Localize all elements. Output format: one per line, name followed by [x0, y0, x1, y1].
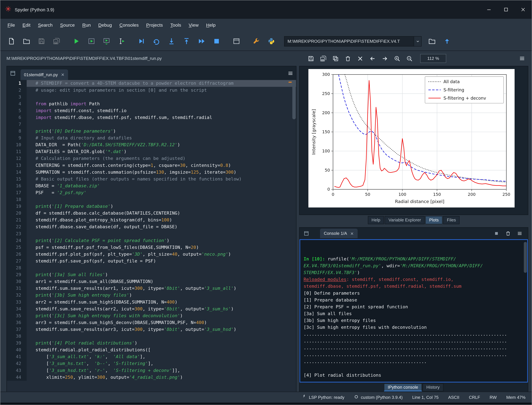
- code-line: 20df = stemdiff.dbase.calc_database(DATA…: [7, 210, 296, 217]
- editor-tab[interactable]: 01stemdiff_run.py: [20, 69, 68, 80]
- code-editor[interactable]: 1# STEMDIFF = convert a 4D-STEM datacube…: [7, 80, 296, 392]
- code-line: 39print('[4] Plot radial distributions'): [7, 340, 296, 347]
- menu-item-run[interactable]: Run: [79, 19, 95, 32]
- plots-options-icon[interactable]: [516, 52, 528, 65]
- console-line: ........................................…: [304, 344, 527, 351]
- code-line: 2# usage: edit input parameters in secti…: [7, 87, 296, 94]
- spyder-logo-icon: [5, 6, 11, 13]
- console-line: [0] Define parameters: [304, 290, 527, 297]
- pythonpath-manager-button[interactable]: [264, 34, 279, 49]
- tab-variable-explorer[interactable]: Variable Explorer: [385, 216, 425, 224]
- svg-text:50: 50: [365, 192, 370, 197]
- menu-item-consoles[interactable]: Consoles: [116, 19, 143, 32]
- preferences-button[interactable]: [249, 34, 264, 49]
- breadcrumb: M:\MIREK\PROG\PYTHON\APP\DIFF\STEMDIFF\E…: [7, 56, 296, 61]
- code-line: 28: [7, 264, 296, 271]
- console-line: [3c] Sum high entropy files with deconvo…: [304, 324, 527, 331]
- tab-help[interactable]: Help: [368, 216, 384, 224]
- console-tab-label: Console 1/A: [324, 231, 347, 236]
- console-options-button[interactable]: [515, 229, 524, 238]
- browse-tabs-icon[interactable]: [7, 67, 18, 79]
- new-file-button[interactable]: [4, 34, 19, 49]
- minimize-button[interactable]: [480, 0, 498, 19]
- save-all-button: [49, 34, 64, 49]
- menu-item-debug[interactable]: Debug: [95, 19, 116, 32]
- remove-all-output-button[interactable]: [503, 229, 513, 238]
- env-icon: [354, 394, 359, 400]
- maximize-pane-button[interactable]: [229, 34, 244, 49]
- run-selection-button[interactable]: [114, 34, 129, 49]
- chevron-down-icon[interactable]: [414, 36, 421, 46]
- console-line: STEMDIFF/EX.V4.TBF3'): [304, 269, 527, 276]
- save-all-plots-button[interactable]: [317, 52, 329, 65]
- editor-options-icon[interactable]: [285, 67, 296, 79]
- code-line: 40stemdiff.radial.plot_radial_distributi…: [7, 347, 296, 353]
- menu-item-edit[interactable]: Edit: [19, 19, 34, 32]
- menu-item-search[interactable]: Search: [34, 19, 56, 32]
- scroll-flag-marker: [289, 82, 292, 83]
- ipython-console[interactable]: In [10]: runfile('M:/MIREK/PROG/PYTHON/A…: [300, 239, 528, 382]
- console-line: [3a] Sum all files: [304, 310, 527, 317]
- debug-file-button[interactable]: [134, 34, 149, 49]
- console-scrollbar[interactable]: [524, 242, 527, 273]
- remove-plot-button[interactable]: [341, 52, 354, 65]
- run-cell-button[interactable]: [84, 34, 99, 49]
- open-file-button[interactable]: [19, 34, 34, 49]
- tab-plots[interactable]: Plots: [425, 216, 442, 224]
- copy-plot-button[interactable]: [329, 52, 342, 65]
- working-directory-combobox[interactable]: M:\MIREK\PROG\PYTHON\APP\DIFF\STEMDIFF\E…: [284, 36, 422, 46]
- stop-debug-button[interactable]: [209, 34, 224, 49]
- menu-item-tools[interactable]: Tools: [167, 19, 185, 32]
- top-band: M:\MIREK\PROG\PYTHON\APP\DIFF\STEMDIFF\E…: [7, 51, 528, 66]
- zoom-out-button[interactable]: [403, 52, 416, 65]
- step-out-button[interactable]: [179, 34, 194, 49]
- code-line: 25psf = stemdiff.psf.psf_from_lowS_files…: [7, 244, 296, 251]
- code-line: 24print('[2] Calculate PSF = point sprea…: [7, 237, 296, 244]
- editor-scrollbar[interactable]: [292, 81, 296, 119]
- save-plot-button[interactable]: [305, 52, 317, 65]
- svg-text:100: 100: [398, 192, 406, 197]
- spyder-window: Spyder (Python 3.9) FileEditSearchSource…: [0, 0, 532, 405]
- tab-history[interactable]: History: [423, 383, 443, 391]
- svg-text:300: 300: [322, 72, 330, 77]
- parent-directory-button[interactable]: [439, 34, 455, 49]
- interrupt-kernel-button[interactable]: [492, 229, 501, 238]
- code-line: 41 ['3_sum_all.txt', 'k:', 'All data'],: [7, 353, 296, 360]
- browse-consoles-icon[interactable]: [302, 229, 311, 238]
- zoom-in-button[interactable]: [391, 52, 403, 65]
- console-tab[interactable]: Console 1/A: [320, 229, 358, 238]
- step-over-button[interactable]: [149, 34, 164, 49]
- console-line: [1] Prepare database: [304, 297, 527, 304]
- code-line: 5import stemdiff.const, stemdiff.io: [7, 107, 296, 114]
- menu-item-projects[interactable]: Projects: [143, 19, 167, 32]
- browse-working-directory-button[interactable]: [424, 34, 439, 49]
- continue-execution-button[interactable]: [194, 34, 209, 49]
- main-area: M:\MIREK\PROG\PYTHON\APP\DIFF\STEMDIFF\E…: [0, 51, 532, 392]
- code-line: 23: [7, 230, 296, 237]
- code-line: 37stemdiff.sum.save_results(arr3, icut=3…: [7, 326, 296, 333]
- next-plot-button[interactable]: [378, 52, 391, 65]
- menu-item-view[interactable]: View: [185, 19, 202, 32]
- code-line: 19print('[1] Prepare database'): [7, 203, 296, 210]
- tab-files[interactable]: Files: [443, 216, 460, 224]
- code-line: 30arr1 = stemdiff.sum.sum_all(DBASE,SUMM…: [7, 278, 296, 285]
- menu-item-file[interactable]: File: [4, 19, 19, 32]
- menu-item-source[interactable]: Source: [56, 19, 79, 32]
- close-tab-icon[interactable]: [61, 73, 65, 76]
- remove-all-plots-button[interactable]: [354, 52, 366, 65]
- menu-bar: FileEditSearchSourceRunDebugConsolesProj…: [0, 19, 532, 32]
- console-line: ........................................…: [304, 331, 527, 338]
- step-into-button[interactable]: [164, 34, 179, 49]
- close-console-icon[interactable]: [350, 232, 354, 235]
- right-panel: 050100150200250050100150200250300Radial …: [299, 66, 528, 392]
- run-cell-advance-button[interactable]: [99, 34, 114, 49]
- previous-plot-button[interactable]: [366, 52, 378, 65]
- tab-ipython-console[interactable]: IPython console: [384, 383, 422, 391]
- background-window-sliver: [0, 403, 532, 405]
- run-file-button[interactable]: [69, 34, 84, 49]
- code-line: 1# STEMDIFF = convert a 4D-STEM datacube…: [7, 80, 296, 87]
- code-line: 11DATAFILES = DATA_DIR.glob('*.dat'): [7, 148, 296, 155]
- close-button[interactable]: [515, 0, 532, 19]
- menu-item-help[interactable]: Help: [202, 19, 219, 32]
- maximize-button[interactable]: [498, 0, 515, 19]
